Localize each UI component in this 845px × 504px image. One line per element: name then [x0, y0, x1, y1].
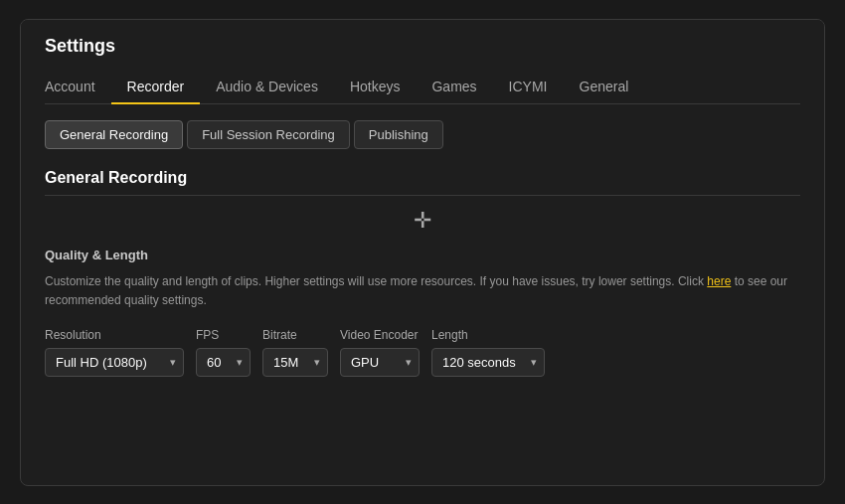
length-dropdown-wrapper: 30 seconds 60 seconds 120 seconds 180 se…	[431, 348, 545, 377]
sub-tabs: General Recording Full Session Recording…	[45, 120, 800, 149]
resolution-label: Resolution	[45, 328, 184, 342]
content-area: General Recording Full Session Recording…	[21, 104, 824, 485]
tab-account[interactable]: Account	[45, 71, 111, 104]
tab-games[interactable]: Games	[416, 71, 492, 104]
resolution-control: Resolution Full HD (1080p) HD (720p) SD …	[45, 328, 184, 377]
fps-label: FPS	[196, 328, 251, 342]
bitrate-label: Bitrate	[262, 328, 328, 342]
tab-hotkeys[interactable]: Hotkeys	[334, 71, 417, 104]
settings-window: Settings Account Recorder Audio & Device…	[20, 19, 825, 486]
title-bar: Settings Account Recorder Audio & Device…	[21, 20, 824, 104]
resolution-dropdown[interactable]: Full HD (1080p) HD (720p) SD (480p)	[45, 348, 184, 377]
description-text: Customize the quality and length of clip…	[45, 272, 800, 310]
subtab-general-recording[interactable]: General Recording	[45, 120, 183, 149]
encoder-label: Video Encoder	[340, 328, 420, 342]
crosshair-area: ✛	[45, 208, 800, 234]
fps-dropdown-wrapper: 30 60	[196, 348, 251, 377]
tab-icymi[interactable]: ICYMI	[493, 71, 564, 104]
encoder-dropdown-wrapper: GPU CPU	[340, 348, 420, 377]
length-label: Length	[431, 328, 545, 342]
subtab-full-session[interactable]: Full Session Recording	[187, 120, 350, 149]
resolution-dropdown-wrapper: Full HD (1080p) HD (720p) SD (480p)	[45, 348, 184, 377]
crosshair-icon: ✛	[414, 208, 431, 234]
tab-general[interactable]: General	[564, 71, 645, 104]
bitrate-dropdown[interactable]: 5M 10M 15M 20M	[262, 348, 328, 377]
section-title: General Recording	[45, 169, 800, 196]
encoder-control: Video Encoder GPU CPU	[340, 328, 420, 377]
fps-control: FPS 30 60	[196, 328, 251, 377]
nav-tabs: Account Recorder Audio & Devices Hotkeys…	[45, 71, 800, 104]
fps-dropdown[interactable]: 30 60	[196, 348, 251, 377]
tab-recorder[interactable]: Recorder	[111, 71, 201, 104]
length-control: Length 30 seconds 60 seconds 120 seconds…	[431, 328, 545, 377]
subsection-title: Quality & Length	[45, 248, 800, 262]
bitrate-control: Bitrate 5M 10M 15M 20M	[262, 328, 328, 377]
quality-settings-link[interactable]: here	[707, 274, 731, 288]
tab-audio-devices[interactable]: Audio & Devices	[200, 71, 334, 104]
bitrate-dropdown-wrapper: 5M 10M 15M 20M	[262, 348, 328, 377]
description-part1: Customize the quality and length of clip…	[45, 274, 707, 288]
length-dropdown[interactable]: 30 seconds 60 seconds 120 seconds 180 se…	[431, 348, 545, 377]
controls-row: Resolution Full HD (1080p) HD (720p) SD …	[45, 328, 800, 377]
subtab-publishing[interactable]: Publishing	[354, 120, 443, 149]
window-title: Settings	[45, 36, 800, 57]
encoder-dropdown[interactable]: GPU CPU	[340, 348, 420, 377]
